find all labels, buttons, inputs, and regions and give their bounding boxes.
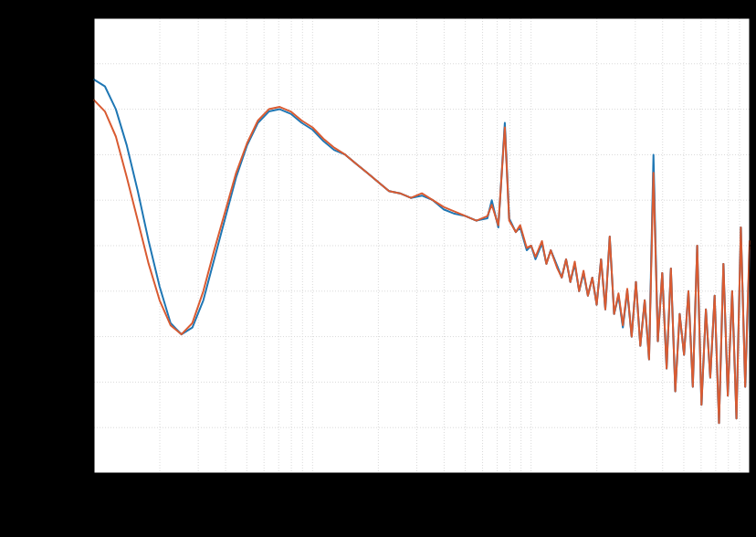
line-chart (0, 0, 756, 537)
